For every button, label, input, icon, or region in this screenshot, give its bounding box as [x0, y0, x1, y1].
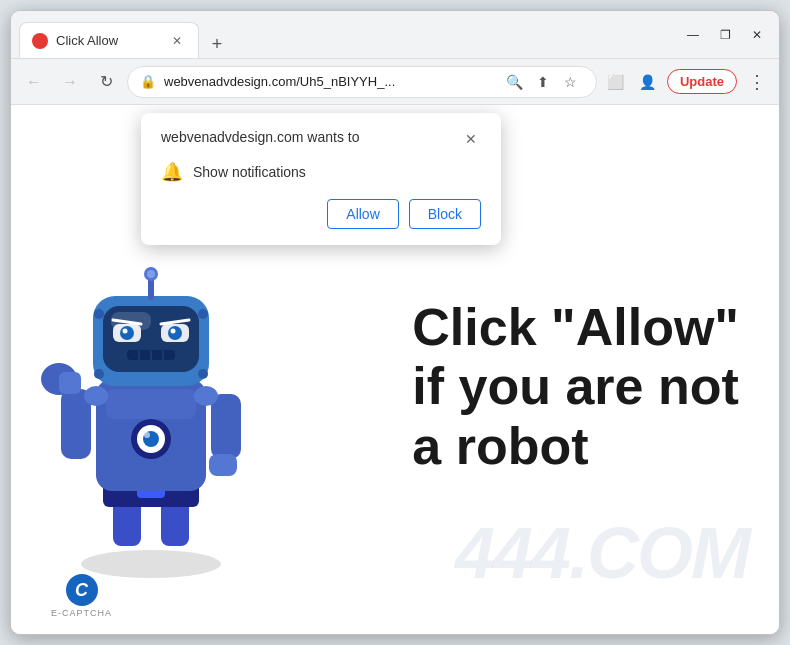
- ecaptcha-logo: C: [66, 574, 98, 606]
- maximize-button[interactable]: ❐: [711, 21, 739, 49]
- forward-button[interactable]: →: [55, 67, 85, 97]
- refresh-button[interactable]: ↻: [91, 67, 121, 97]
- svg-point-25: [168, 326, 182, 340]
- popup-title: webvenadvdesign.com wants to: [161, 129, 359, 145]
- svg-point-21: [120, 326, 134, 340]
- url-display: webvenadvdesign.com/Uh5_nBIYYH_...: [164, 74, 494, 89]
- notification-label: Show notifications: [193, 164, 306, 180]
- ecaptcha-label: E-CAPTCHA: [51, 608, 112, 618]
- window-controls: — ❐ ✕: [679, 21, 771, 49]
- block-button[interactable]: Block: [409, 199, 481, 229]
- svg-point-38: [198, 369, 208, 379]
- allow-button[interactable]: Allow: [327, 199, 398, 229]
- svg-rect-15: [209, 454, 237, 476]
- search-icon-btn[interactable]: 🔍: [502, 69, 528, 95]
- svg-point-10: [144, 432, 150, 438]
- popup-notification-row: 🔔 Show notifications: [161, 161, 481, 183]
- svg-point-39: [84, 386, 108, 406]
- svg-rect-13: [59, 372, 81, 394]
- update-button[interactable]: Update: [667, 69, 737, 94]
- watermark: 444.COM: [455, 512, 749, 594]
- new-tab-button[interactable]: +: [203, 30, 231, 58]
- extensions-button[interactable]: ⬜: [603, 69, 629, 95]
- tab-favicon: [32, 33, 48, 49]
- address-actions: 🔍 ⬆ ☆: [502, 69, 584, 95]
- notification-popup: webvenadvdesign.com wants to ✕ 🔔 Show no…: [141, 113, 501, 245]
- browser-window: Click Allow ✕ + — ❐ ✕ ← → ↻ 🔒 webvenadvd…: [10, 10, 780, 635]
- tab-title: Click Allow: [56, 33, 160, 48]
- ecaptcha-logo-area: C E-CAPTCHA: [51, 574, 112, 618]
- svg-point-37: [94, 369, 104, 379]
- minimize-button[interactable]: —: [679, 21, 707, 49]
- page-main-text: Click "Allow" if you are not a robot: [412, 298, 739, 477]
- svg-point-26: [171, 329, 176, 334]
- popup-header: webvenadvdesign.com wants to ✕: [161, 129, 481, 149]
- page-content: 444.COM Click "Allow" if you are not a r…: [11, 105, 779, 634]
- svg-point-35: [94, 309, 104, 319]
- main-line-3: a robot: [412, 417, 739, 477]
- title-bar: Click Allow ✕ + — ❐ ✕: [11, 11, 779, 59]
- popup-buttons: Allow Block: [161, 199, 481, 229]
- share-icon-btn[interactable]: ⬆: [530, 69, 556, 95]
- main-line-1: Click "Allow": [412, 298, 739, 358]
- more-options-button[interactable]: ⋮: [743, 68, 771, 96]
- tab-area: Click Allow ✕ +: [19, 11, 667, 58]
- bell-icon: 🔔: [161, 161, 183, 183]
- svg-rect-14: [211, 394, 241, 459]
- robot-illustration: [31, 224, 311, 604]
- address-input[interactable]: 🔒 webvenadvdesign.com/Uh5_nBIYYH_... 🔍 ⬆…: [127, 66, 597, 98]
- back-button[interactable]: ←: [19, 67, 49, 97]
- lock-icon: 🔒: [140, 74, 156, 89]
- svg-point-22: [123, 329, 128, 334]
- close-button[interactable]: ✕: [743, 21, 771, 49]
- profile-button[interactable]: 👤: [635, 69, 661, 95]
- tab-close-button[interactable]: ✕: [168, 32, 186, 50]
- address-bar: ← → ↻ 🔒 webvenadvdesign.com/Uh5_nBIYYH_.…: [11, 59, 779, 105]
- svg-point-34: [147, 270, 155, 278]
- active-tab[interactable]: Click Allow ✕: [19, 22, 199, 58]
- robot-svg: [31, 224, 271, 584]
- svg-point-36: [198, 309, 208, 319]
- popup-close-button[interactable]: ✕: [461, 129, 481, 149]
- svg-rect-6: [106, 389, 196, 419]
- bookmark-icon-btn[interactable]: ☆: [558, 69, 584, 95]
- svg-point-40: [194, 386, 218, 406]
- main-line-2: if you are not: [412, 358, 739, 418]
